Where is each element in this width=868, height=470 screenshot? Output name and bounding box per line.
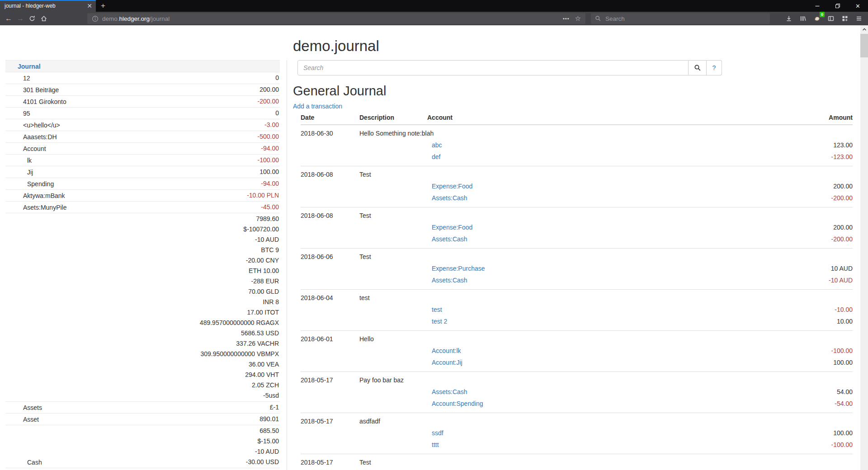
posting-account-link[interactable]: Expense:Food [432, 221, 472, 233]
posting-account-link[interactable]: test [432, 304, 442, 315]
sidebar-toggle-icon[interactable] [826, 13, 836, 24]
posting-account-link[interactable]: Assets:Cash [432, 274, 467, 286]
sidebar-account-row[interactable]: 12 0 [5, 72, 280, 84]
transaction-row[interactable]: 2018-05-17 Test [301, 454, 853, 470]
home-icon[interactable] [38, 13, 50, 24]
posting-account-link[interactable]: Expense:Purchase [432, 263, 485, 274]
posting-account-link[interactable]: Assets:Cash [432, 386, 467, 398]
browser-window: journal - hledger-web ✕ + ✕ ← → demo [0, 0, 868, 470]
window-restore-button[interactable] [827, 0, 848, 12]
account-name[interactable]: 12 [23, 75, 30, 82]
posting-row: Expense:Purchase 10 AUD [301, 263, 853, 274]
window-minimize-button[interactable] [807, 0, 827, 12]
url-bar[interactable]: demo.hledger.org/journal ••• ☆ [87, 13, 585, 24]
posting-account-link[interactable]: Assets:Cash [432, 192, 467, 204]
forward-icon[interactable]: → [14, 13, 26, 24]
library-icon[interactable] [797, 13, 808, 24]
posting-account-link[interactable]: tttt [432, 439, 439, 451]
transaction-row[interactable]: 2018-06-06 Test Expense:Purchase 10 AUD … [301, 249, 853, 290]
account-name[interactable]: Account [23, 145, 46, 152]
account-name[interactable]: Aaasets:DH [23, 133, 57, 141]
sidebar-account-row[interactable]: Asset 890.01 [5, 414, 280, 425]
sidebar-account-row[interactable]: 7989.60$-100720.00-10 AUDBTC 9-20.00 CNY… [5, 213, 280, 402]
posting-account-link[interactable]: test 2 [432, 315, 447, 327]
transaction-row[interactable]: 2018-05-17 asdfadf ssdf 100.00 tttt -100… [301, 413, 853, 454]
posting-row: test -10.00 [301, 304, 853, 315]
sidebar-account-row[interactable]: 301 Beiträge 200.00 [5, 84, 280, 96]
sidebar-account-row[interactable]: Account -94.00 [5, 143, 280, 155]
account-balance-amount: -94.00 [125, 143, 279, 154]
window-close-button[interactable]: ✕ [848, 0, 868, 12]
sidebar-account-row[interactable]: Asets:MunyPile -45.00 [5, 202, 280, 213]
reload-icon[interactable] [26, 13, 38, 24]
account-name[interactable]: <u>hello</u> [23, 122, 60, 129]
page-actions-icon[interactable]: ••• [563, 16, 570, 21]
downloads-icon[interactable] [783, 13, 794, 24]
account-name[interactable]: Asets:MunyPile [23, 204, 66, 211]
posting-account-link[interactable]: Account:lk [432, 345, 461, 357]
posting-account-link[interactable]: Expense:Food [432, 180, 472, 192]
posting-account-link[interactable]: abc [432, 139, 442, 151]
extension-icon[interactable]: 0 [811, 13, 822, 24]
journal-search-input[interactable] [297, 60, 689, 75]
account-name[interactable]: 301 Beiträge [23, 86, 59, 94]
account-balance-amount: INR 8 [125, 297, 279, 307]
account-name[interactable]: Cash [27, 459, 42, 466]
sidebar-account-row[interactable]: Cash 685.50$-15.00-10 AUD-30.00 USD [5, 425, 280, 468]
sidebar-account-row[interactable]: Spending -94.00 [5, 178, 280, 190]
posting-account-link[interactable]: ssdf [432, 427, 443, 439]
account-balance: 685.50$-15.00-10 AUD-30.00 USD [124, 425, 280, 468]
account-balance-amount: 36.00 VEA [125, 359, 279, 370]
account-name[interactable]: lk [27, 157, 32, 164]
posting-account-link[interactable]: Account:Spending [432, 398, 483, 409]
browser-tab[interactable]: journal - hledger-web ✕ [0, 0, 96, 12]
posting-account-link[interactable]: Account:Jij [432, 357, 462, 368]
site-info-icon[interactable] [92, 15, 99, 22]
menu-hamburger-icon[interactable] [854, 13, 864, 24]
transaction-description: Test [359, 251, 853, 263]
sidebar-account-row[interactable]: <u>hello</u> -3.00 [5, 119, 280, 131]
sidebar-account-row[interactable]: 4101 Girokonto -200.00 [5, 96, 280, 108]
transaction-row[interactable]: 2018-06-30 Hello Something note:blah abc… [301, 125, 853, 166]
account-name[interactable]: Spending [27, 180, 54, 188]
posting-row: ssdf 100.00 [301, 427, 853, 439]
account-name[interactable]: Asset [23, 416, 39, 423]
sidebar-account-row[interactable]: Aaasets:DH -500.00 [5, 131, 280, 143]
account-name[interactable]: 4101 Girokonto [23, 98, 66, 105]
back-icon[interactable]: ← [3, 13, 14, 24]
add-transaction-link[interactable]: Add a transaction [293, 103, 342, 110]
account-name[interactable]: Aktywa:mBank [23, 192, 65, 199]
transaction-row[interactable]: 2018-05-17 Pay foo bar baz Assets:Cash 5… [301, 372, 853, 413]
sidebar-account-row[interactable]: -117.00 [5, 468, 280, 470]
account-name[interactable]: 95 [23, 110, 30, 117]
sidebar-account-row[interactable]: Assets £-1 [5, 402, 280, 414]
scrollbar-up-arrow-icon[interactable] [860, 25, 868, 33]
posting-amount: -100.00 [461, 345, 853, 357]
journal-search-button[interactable] [689, 60, 707, 75]
extensions-grid-icon[interactable] [840, 13, 850, 24]
posting-account-link[interactable]: Assets:Cash [432, 233, 467, 245]
journal-nav-link[interactable]: Journal [18, 63, 41, 70]
new-tab-button[interactable]: + [96, 0, 110, 12]
transaction-row[interactable]: 2018-06-01 Hello Account:lk -100.00 Acco… [301, 331, 853, 372]
browser-search-field[interactable]: Search [591, 13, 770, 24]
account-name[interactable]: Jij [27, 169, 33, 176]
account-balance-amount: 294.00 VHT [125, 370, 279, 380]
sidebar-account-row[interactable]: 95 0 [5, 108, 280, 119]
search-help-button[interactable]: ? [707, 60, 722, 75]
page-scrollbar[interactable] [860, 25, 868, 470]
sidebar-account-row[interactable]: Jij 100.00 [5, 166, 280, 178]
sidebar-account-row[interactable]: lk -100.00 [5, 155, 280, 166]
bookmark-star-icon[interactable]: ☆ [575, 14, 581, 23]
transaction-description: Pay foo bar baz [359, 374, 853, 386]
transaction-row[interactable]: 2018-06-08 Test Expense:Food 200.00 Asse… [301, 166, 853, 207]
posting-account-link[interactable]: def [432, 151, 440, 163]
account-name[interactable]: Assets [23, 404, 42, 411]
account-balance: -100.00 [124, 155, 280, 166]
transaction-row[interactable]: 2018-06-04 test test -10.00 test 2 10.00 [301, 290, 853, 331]
scrollbar-thumb[interactable] [860, 34, 868, 57]
tab-close-icon[interactable]: ✕ [87, 2, 92, 9]
sidebar-account-row[interactable]: Aktywa:mBank -10.00 PLN [5, 190, 280, 202]
transaction-row[interactable]: 2018-06-08 Test Expense:Food 200.00 Asse… [301, 207, 853, 249]
account-balance-amount: -288 EUR [125, 276, 279, 287]
